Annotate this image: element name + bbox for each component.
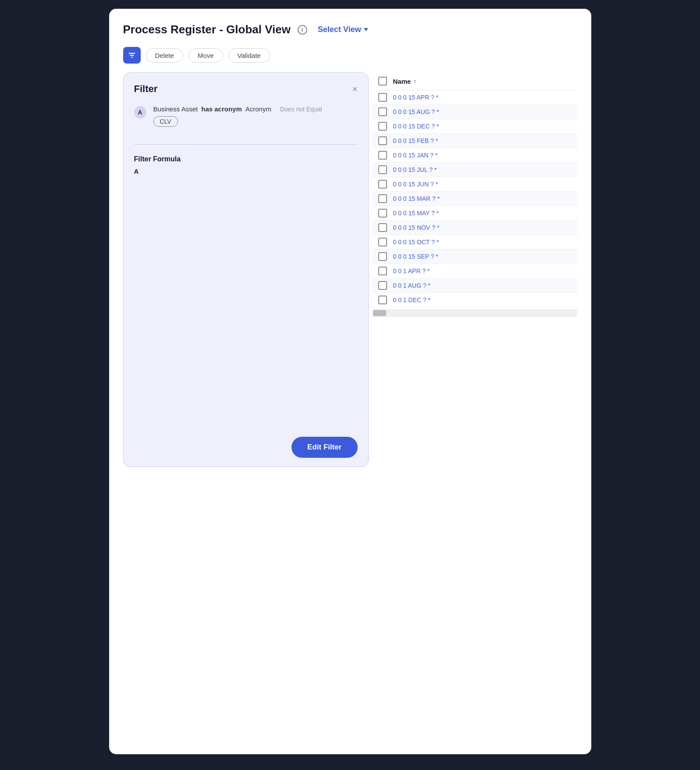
select-view-button[interactable]: Select View	[318, 25, 368, 34]
filter-field-name: Acronym	[245, 105, 271, 113]
filter-formula-title: Filter Formula	[134, 155, 358, 163]
filter-rule: A Business Asset has acronym Acronym Doe…	[134, 105, 358, 127]
table-row-name[interactable]: 0 0 0 15 APR ? *	[393, 94, 577, 101]
row-checkbox[interactable]	[378, 281, 387, 290]
content-area: Filter × A Business Asset has acronym Ac…	[123, 72, 577, 467]
table-row-name[interactable]: 0 0 0 15 AUG ? *	[393, 108, 577, 115]
filter-has-acronym: has acronym	[201, 105, 242, 113]
filter-rule-body: Business Asset has acronym Acronym Does …	[153, 105, 358, 127]
page-title: Process Register - Global View	[123, 23, 291, 36]
table-row-checkbox-cell	[372, 151, 393, 160]
filter-icon-button[interactable]	[123, 47, 141, 64]
table-row: 0 0 0 15 AUG ? *	[372, 105, 577, 119]
table-row: 0 0 0 15 SEP ? *	[372, 250, 577, 264]
table-row-name[interactable]: 0 0 0 15 SEP ? *	[393, 253, 577, 260]
table-row: 0 0 0 15 MAY ? *	[372, 206, 577, 221]
table-row-name[interactable]: 0 0 0 15 DEC ? *	[393, 123, 577, 130]
table-row-checkbox-cell	[372, 238, 393, 246]
filter-condition: Does not Equal	[280, 106, 322, 113]
table-row-name[interactable]: 0 0 0 15 FEB ? *	[393, 137, 577, 144]
table-row: 0 0 0 15 NOV ? *	[372, 221, 577, 235]
table-row-name[interactable]: 0 0 1 AUG ? *	[393, 282, 577, 289]
filter-icon	[128, 51, 136, 59]
filter-header: Filter ×	[134, 83, 358, 95]
table-row-checkbox-cell	[372, 267, 393, 275]
row-checkbox[interactable]	[378, 209, 387, 217]
move-button[interactable]: Move	[188, 48, 223, 63]
table-row-checkbox-cell	[372, 296, 393, 304]
table-row-name[interactable]: 0 0 0 15 JUN ? *	[393, 181, 577, 188]
info-icon[interactable]: ℹ	[298, 25, 307, 35]
table-row-checkbox-cell	[372, 93, 393, 102]
row-checkbox[interactable]	[378, 180, 387, 189]
table-row-checkbox-cell	[372, 194, 393, 203]
table-row-checkbox-cell	[372, 209, 393, 217]
table-row-checkbox-cell	[372, 136, 393, 145]
validate-button[interactable]: Validate	[228, 48, 270, 63]
filter-rule-main: Business Asset has acronym Acronym Does …	[153, 105, 358, 113]
filter-tag: CLV	[153, 116, 178, 127]
filter-panel: Filter × A Business Asset has acronym Ac…	[123, 72, 369, 467]
table-row: 0 0 0 15 DEC ? *	[372, 119, 577, 134]
row-checkbox[interactable]	[378, 194, 387, 203]
table-row: 0 0 0 15 JUN ? *	[372, 177, 577, 192]
row-checkbox[interactable]	[378, 93, 387, 102]
filter-footer: Edit Filter	[134, 428, 358, 458]
table-row: 0 0 1 DEC ? *	[372, 293, 577, 307]
filter-formula-section: Filter Formula A	[134, 155, 358, 175]
filter-title: Filter	[134, 83, 158, 95]
row-checkbox[interactable]	[378, 151, 387, 160]
sort-arrow-icon[interactable]: ↑	[413, 78, 416, 85]
table-column-name-label: Name	[393, 78, 411, 85]
delete-button[interactable]: Delete	[146, 48, 183, 63]
row-checkbox[interactable]	[378, 107, 387, 116]
filter-divider	[134, 144, 358, 145]
toolbar: Delete Move Validate	[123, 47, 577, 64]
table-row-checkbox-cell	[372, 165, 393, 174]
filter-close-button[interactable]: ×	[352, 85, 358, 93]
table-row-name[interactable]: 0 0 1 APR ? *	[393, 267, 577, 274]
header: Process Register - Global View ℹ Select …	[123, 23, 577, 36]
filter-asset-name: Business Asset	[153, 105, 198, 113]
table-header-checkbox-col	[372, 77, 393, 86]
filter-tag-container: CLV	[153, 116, 358, 127]
table-row: 0 0 0 15 FEB ? *	[372, 134, 577, 148]
row-checkbox[interactable]	[378, 267, 387, 275]
table-row-name[interactable]: 0 0 0 15 NOV ? *	[393, 224, 577, 231]
row-checkbox[interactable]	[378, 122, 387, 131]
row-checkbox[interactable]	[378, 165, 387, 174]
table-area: Name ↑ 0 0 0 15 APR ? *0 0 0 15 AUG ? *0…	[369, 72, 577, 467]
table-row-name[interactable]: 0 0 1 DEC ? *	[393, 296, 577, 303]
row-checkbox[interactable]	[378, 136, 387, 145]
row-checkbox[interactable]	[378, 223, 387, 232]
row-checkbox[interactable]	[378, 296, 387, 304]
table-row-checkbox-cell	[372, 281, 393, 290]
table-header-name-col: Name ↑	[393, 78, 577, 85]
table-row-name[interactable]: 0 0 0 15 MAY ? *	[393, 210, 577, 217]
main-card: Process Register - Global View ℹ Select …	[109, 9, 591, 754]
edit-filter-button[interactable]: Edit Filter	[291, 437, 357, 458]
table-row-name[interactable]: 0 0 0 15 MAR ? *	[393, 195, 577, 202]
table-select-all-checkbox[interactable]	[378, 77, 387, 86]
table-row: 0 0 1 AUG ? *	[372, 278, 577, 293]
table-row: 0 0 0 15 OCT ? *	[372, 235, 577, 250]
table-row: 0 0 0 15 MAR ? *	[372, 192, 577, 206]
table-row: 0 0 0 15 JUL ? *	[372, 163, 577, 177]
row-checkbox[interactable]	[378, 238, 387, 246]
filter-formula-value: A	[134, 168, 358, 175]
table-row-checkbox-cell	[372, 107, 393, 116]
scrollbar-area[interactable]	[372, 309, 577, 317]
table-row: 0 0 0 15 APR ? *	[372, 90, 577, 105]
scrollbar-thumb[interactable]	[373, 310, 386, 316]
table-header-row: Name ↑	[372, 72, 577, 90]
table-row: 0 0 1 APR ? *	[372, 264, 577, 278]
table-row-name[interactable]: 0 0 0 15 JUL ? *	[393, 166, 577, 173]
table-row-name[interactable]: 0 0 0 15 OCT ? *	[393, 239, 577, 246]
table-row-name[interactable]: 0 0 0 15 JAN ? *	[393, 152, 577, 159]
table-row-checkbox-cell	[372, 122, 393, 131]
row-checkbox[interactable]	[378, 252, 387, 261]
table-row: 0 0 0 15 JAN ? *	[372, 148, 577, 163]
chevron-down-icon	[364, 28, 368, 31]
table-row-checkbox-cell	[372, 252, 393, 261]
filter-rule-label: A	[134, 106, 146, 118]
